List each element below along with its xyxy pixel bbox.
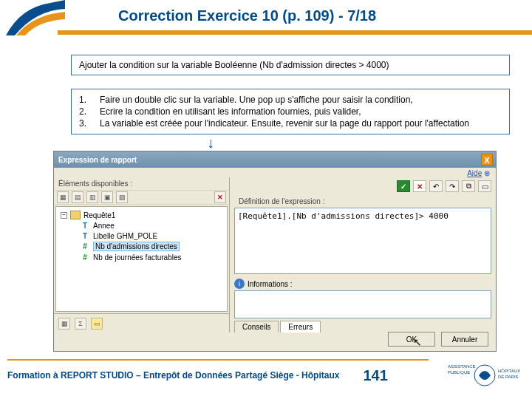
info-label: Informations : bbox=[248, 280, 293, 288]
tree-item[interactable]: Libelle GHM_POLE bbox=[93, 232, 157, 240]
brand-text-1: ASSISTANCE bbox=[448, 364, 476, 369]
toolbar-icon[interactable]: Σ bbox=[75, 318, 86, 330]
step-text: La variable est créée pour l'indicateur.… bbox=[100, 117, 469, 129]
brand-text-4: DE PARIS bbox=[498, 375, 519, 379]
page-number: 141 bbox=[363, 367, 387, 384]
text-attr-icon: T bbox=[80, 221, 90, 230]
tree-item[interactable]: Annee bbox=[93, 222, 115, 230]
expression-label: Définition de l'expression : bbox=[234, 195, 491, 208]
toolbar-icon[interactable]: ▦ bbox=[58, 318, 70, 330]
info-tabs: Conseils Erreurs bbox=[230, 318, 496, 332]
expression-textarea[interactable]: [Requête1].[Nb d'admissions directes]> 4… bbox=[234, 208, 491, 274]
validate-icon[interactable] bbox=[397, 180, 410, 192]
tab-icon[interactable]: ▥ bbox=[86, 191, 98, 203]
arrow-down-icon: ↓ bbox=[207, 134, 214, 151]
dialog-titlebar[interactable]: Expression de rapport X bbox=[54, 151, 496, 168]
toolbar-icon[interactable]: ↶ bbox=[429, 180, 443, 192]
info-textarea[interactable] bbox=[234, 290, 491, 318]
tab-icon[interactable]: ▦ bbox=[57, 191, 69, 203]
steps-box: 1. 2. 3. Faire un double clic sur la var… bbox=[71, 89, 510, 134]
right-toolbar: ↶ ↷ ⧉ ▭ bbox=[230, 177, 496, 195]
left-bottom-toolbar: ▦ Σ ▭ bbox=[54, 313, 229, 332]
tab-erreurs[interactable]: Erreurs bbox=[280, 321, 321, 332]
tree-root[interactable]: Requête1 bbox=[83, 211, 115, 219]
instruction-box: Ajouter la condition sur la variable Boo… bbox=[71, 55, 510, 75]
brand-logo-bottom: ASSISTANCE PUBLIQUE HÔPITAUX DE PARIS bbox=[445, 361, 525, 390]
tab-conseils[interactable]: Conseils bbox=[234, 321, 279, 332]
footer-text: Formation à REPORT STUDIO – Entrepôt de … bbox=[7, 370, 339, 381]
step-text: Ecrire la condition en utilisant les inf… bbox=[100, 106, 469, 117]
collapse-icon[interactable]: − bbox=[61, 212, 67, 219]
delete-icon[interactable]: ✕ bbox=[214, 191, 226, 203]
step-num: 3. bbox=[79, 117, 100, 129]
tab-icon[interactable]: ▣ bbox=[101, 191, 113, 203]
package-icon bbox=[70, 211, 81, 219]
step-text: Faire un double clic sur la variable. Un… bbox=[100, 94, 469, 106]
left-toolbar: ▦ ▤ ▥ ▣ ▨ ✕ bbox=[54, 190, 229, 205]
step-num: 2. bbox=[79, 106, 100, 117]
brand-text-3: HÔPITAUX bbox=[498, 369, 520, 373]
measure-icon: # bbox=[80, 253, 90, 262]
info-icon: i bbox=[234, 279, 245, 289]
available-items-pane: Éléments disponibles : ▦ ▤ ▥ ▣ ▨ ✕ −Requ… bbox=[54, 177, 230, 332]
dialog-title-text: Expression de rapport bbox=[58, 156, 137, 164]
items-tree[interactable]: −Requête1 TAnnee TLibelle GHM_POLE #Nb d… bbox=[55, 206, 228, 312]
toolbar-icon[interactable]: ▭ bbox=[478, 180, 491, 192]
tree-item[interactable]: Nb de journées facturables bbox=[93, 253, 182, 262]
tab-icon[interactable]: ▨ bbox=[116, 191, 128, 203]
brand-text-2: PUBLIQUE bbox=[448, 370, 470, 375]
tree-item-selected[interactable]: Nb d'admissions directes bbox=[93, 242, 180, 251]
cursor-icon: ↖ bbox=[413, 336, 422, 348]
text-attr-icon: T bbox=[80, 231, 90, 240]
brand-logo-top bbox=[6, 0, 65, 35]
tab-icon[interactable]: ▤ bbox=[72, 191, 83, 203]
clear-icon[interactable] bbox=[413, 180, 426, 192]
ok-button[interactable]: OK bbox=[388, 332, 435, 347]
close-icon[interactable]: X bbox=[481, 154, 493, 166]
help-close-icon[interactable]: ⊗ bbox=[484, 169, 490, 177]
step-num: 1. bbox=[79, 94, 100, 106]
toolbar-icon[interactable]: ⧉ bbox=[462, 180, 475, 192]
cancel-button[interactable]: Annuler bbox=[441, 332, 488, 347]
help-link[interactable]: Aide bbox=[467, 169, 482, 177]
expression-pane: ↶ ↷ ⧉ ▭ Définition de l'expression : [Re… bbox=[230, 177, 496, 332]
toolbar-icon[interactable]: ▭ bbox=[91, 318, 103, 330]
available-label: Éléments disponibles : bbox=[54, 177, 229, 190]
footer: Formation à REPORT STUDIO – Entrepôt de … bbox=[7, 361, 525, 390]
measure-icon: # bbox=[80, 242, 90, 251]
header-stripe bbox=[58, 6, 532, 37]
expression-dialog: Expression de rapport X Aide ⊗ Éléments … bbox=[53, 151, 497, 352]
toolbar-icon[interactable]: ↷ bbox=[446, 180, 459, 192]
